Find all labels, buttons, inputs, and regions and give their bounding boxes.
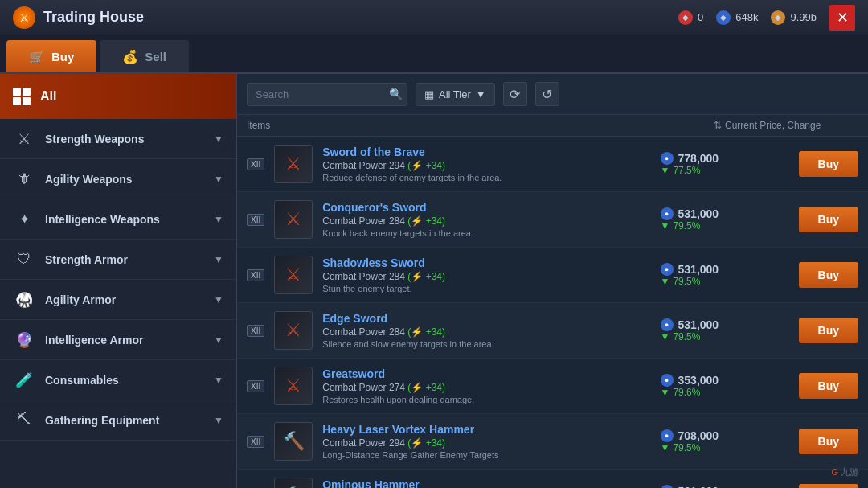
sidebar-item-agility-weapons[interactable]: 🗡 Agility Weapons ▼ (0, 159, 236, 199)
watermark: G 九游 (831, 466, 858, 478)
buy-button[interactable]: Buy (799, 318, 858, 343)
currency-red: ◆ 0 (678, 10, 703, 25)
buy-button[interactable]: Buy (799, 484, 858, 488)
filter-reset-button[interactable]: ↺ (535, 82, 559, 106)
price-coin-icon: ● (661, 207, 674, 220)
tier-icon: ▦ (424, 88, 434, 100)
table-row: XII ⚔ Sword of the Brave Combat Power 29… (237, 137, 868, 192)
tab-bar: 🛒 Buy 💰 Sell (0, 35, 868, 74)
item-power: Combat Power 294 (⚡ +34) (322, 160, 650, 171)
price-coin-icon: ● (661, 263, 674, 276)
sidebar-item-gathering-equipment[interactable]: ⛏ Gathering Equipment ▼ (0, 400, 236, 441)
item-level-badge: XII (247, 214, 264, 226)
item-image: ⚔ (274, 200, 313, 239)
currency-red-value: 0 (698, 11, 703, 23)
item-image: 🔨 (274, 422, 313, 461)
currency-icon-gold: ◆ (771, 10, 785, 25)
sidebar-item-strength-armor[interactable]: 🛡 Strength Armor ▼ (0, 240, 236, 280)
sidebar-item-agility-armor[interactable]: 🥋 Agility Armor ▼ (0, 280, 236, 320)
search-box: 🔍 (247, 83, 407, 106)
buy-tab-icon: 🛒 (29, 49, 45, 64)
sidebar-consumables-label: Consumables (45, 374, 214, 387)
buy-button[interactable]: Buy (799, 151, 858, 177)
item-power: Combat Power 284 (⚡ +34) (322, 271, 650, 282)
table-row: XII 🔨 Ominous Hammer Combat Power 284 (⚡… (237, 470, 868, 488)
gathering-equipment-icon: ⛏ (13, 409, 35, 432)
chevron-down-icon: ▼ (214, 214, 223, 225)
price-coin-icon: ● (661, 152, 674, 165)
search-icon[interactable]: 🔍 (389, 88, 403, 100)
item-power: Combat Power 274 (⚡ +34) (322, 382, 650, 393)
item-price-col: ● 531,000 ▼ 79.5% (661, 485, 789, 488)
item-description: Silence and slow enemy targets in the ar… (322, 339, 650, 349)
buy-button[interactable]: Buy (799, 262, 858, 288)
currency-icon-red: ◆ (678, 10, 693, 25)
agility-armor-icon: 🥋 (13, 289, 35, 311)
sidebar-item-strength-weapons[interactable]: ⚔ Strength Weapons ▼ (0, 119, 236, 159)
buy-button[interactable]: Buy (799, 429, 858, 454)
item-description: Reduce defense of enemy targets in the a… (322, 173, 650, 182)
chevron-down-icon: ▼ (214, 334, 223, 346)
buy-button[interactable]: Buy (799, 207, 858, 232)
item-image: ⚔ (274, 311, 313, 350)
currency-icon-blue: ◆ (716, 10, 731, 25)
buy-button[interactable]: Buy (799, 373, 858, 399)
item-name: Conqueror's Sword (322, 201, 650, 214)
col-header-price: ⇅ Current Price, Change (714, 120, 858, 131)
price-coin-icon: ● (661, 429, 674, 442)
item-price-col: ● 531,000 ▼ 79.5% (661, 318, 789, 342)
search-input[interactable] (247, 83, 407, 106)
col-header-items: Items (247, 120, 714, 131)
table-row: XII ⚔ Shadowless Sword Combat Power 284 … (237, 248, 868, 303)
item-info: Ominous Hammer Combat Power 284 (⚡ +34) … (322, 478, 650, 488)
item-price-col: ● 531,000 ▼ 79.5% (661, 207, 789, 232)
item-price-col: ● 778,000 ▼ 77.5% (661, 152, 789, 176)
price-down-icon: ▼ (661, 165, 670, 176)
sidebar-item-intelligence-armor[interactable]: 🔮 Intelligence Armor ▼ (0, 320, 236, 360)
price-down-icon: ▼ (661, 331, 670, 342)
item-name: Heavy Laser Vortex Hammer (322, 423, 650, 436)
price-change: ▼ 79.6% (661, 387, 701, 398)
item-price-col: ● 353,000 ▼ 79.6% (661, 374, 789, 398)
item-power: Combat Power 284 (⚡ +34) (322, 215, 650, 227)
item-info: Sword of the Brave Combat Power 294 (⚡ +… (322, 146, 650, 182)
item-price: ● 708,000 (661, 429, 719, 442)
sidebar-agility-armor-label: Agility Armor (45, 293, 214, 306)
right-content: 🔍 ▦ All Tier ▼ ⟳ ↺ Items ⇅ Current Price… (237, 74, 868, 488)
sidebar-intelligence-armor-label: Intelligence Armor (45, 334, 214, 347)
currency-gold-value: 9.99b (790, 11, 817, 23)
strength-weapons-icon: ⚔ (13, 128, 35, 150)
tab-buy[interactable]: 🛒 Buy (6, 40, 96, 72)
sidebar-item-consumables[interactable]: 🧪 Consumables ▼ (0, 360, 236, 400)
item-price: ● 531,000 (661, 263, 719, 276)
sell-tab-icon: 💰 (122, 49, 138, 64)
filter-refresh-button[interactable]: ⟳ (503, 82, 527, 106)
tier-label: All Tier (439, 88, 471, 100)
currency-blue-value: 648k (735, 11, 758, 23)
price-change: ▼ 79.5% (661, 276, 701, 287)
item-price: ● 778,000 (661, 152, 719, 165)
tab-sell[interactable]: 💰 Sell (100, 40, 189, 72)
all-grid-icon (13, 88, 31, 105)
item-info: Edge Sword Combat Power 284 (⚡ +34) Sile… (322, 312, 650, 349)
item-power: Combat Power 284 (⚡ +34) (322, 326, 650, 338)
item-price: ● 531,000 (661, 207, 719, 220)
consumables-icon: 🧪 (13, 369, 35, 392)
sidebar-item-all[interactable]: All (0, 74, 236, 119)
strength-armor-icon: 🛡 (13, 248, 35, 271)
item-level-badge: XII (247, 269, 264, 281)
item-info: Heavy Laser Vortex Hammer Combat Power 2… (322, 423, 650, 460)
close-button[interactable]: ✕ (829, 5, 855, 31)
sidebar-item-intelligence-weapons[interactable]: ✦ Intelligence Weapons ▼ (0, 199, 236, 240)
item-level-badge: XII (247, 325, 264, 337)
price-coin-icon: ● (661, 485, 674, 488)
chevron-down-icon: ▼ (214, 375, 223, 386)
item-price-col: ● 708,000 ▼ 79.5% (661, 429, 789, 453)
tier-select[interactable]: ▦ All Tier ▼ (416, 83, 495, 106)
item-image: ⚔ (274, 367, 313, 405)
chevron-down-icon: ▼ (214, 294, 223, 306)
price-change: ▼ 77.5% (661, 165, 701, 176)
chevron-down-icon: ▼ (214, 133, 223, 145)
currency-blue: ◆ 648k (716, 10, 758, 25)
intelligence-armor-icon: 🔮 (13, 329, 35, 351)
